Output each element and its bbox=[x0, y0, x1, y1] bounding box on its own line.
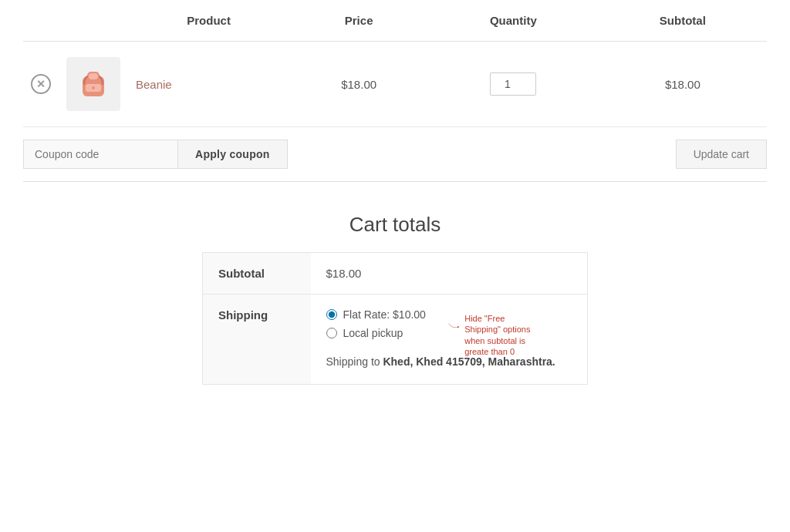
svg-rect-2 bbox=[89, 73, 98, 79]
col-header-subtotal: Subtotal bbox=[599, 0, 767, 42]
table-row: ✕ bbox=[23, 42, 767, 127]
product-image bbox=[66, 57, 120, 111]
shipping-label: Shipping bbox=[203, 295, 311, 385]
col-header-image bbox=[59, 0, 128, 42]
remove-item-button[interactable]: ✕ bbox=[31, 74, 51, 94]
col-header-quantity: Quantity bbox=[428, 0, 599, 42]
cart-totals-section: Cart totals Subtotal $18.00 Shipping bbox=[23, 213, 767, 416]
shipping-to-text: Shipping to Khed, Khed 415709, Maharasht… bbox=[326, 355, 555, 368]
svg-point-4 bbox=[92, 86, 95, 89]
col-header-remove bbox=[23, 0, 59, 42]
coupon-left: Apply coupon bbox=[23, 140, 288, 169]
subtotal-label: Subtotal bbox=[203, 253, 311, 295]
product-subtotal: $18.00 bbox=[599, 42, 767, 127]
subtotal-row: Subtotal $18.00 bbox=[203, 253, 588, 295]
annotation-text: Hide "Free Shipping" options when subtot… bbox=[464, 313, 532, 357]
product-link[interactable]: Beanie bbox=[136, 78, 172, 91]
apply-coupon-button[interactable]: Apply coupon bbox=[177, 140, 288, 169]
update-cart-button[interactable]: Update cart bbox=[676, 140, 767, 169]
local-pickup-radio[interactable] bbox=[326, 328, 337, 338]
shipping-option-flat-rate: Flat Rate: $10.00 Hide bbox=[326, 308, 572, 321]
flat-rate-label: Flat Rate: $10.00 bbox=[343, 308, 426, 321]
svg-marker-5 bbox=[457, 326, 459, 328]
shipping-row: Shipping Flat Rate: $10.00 bbox=[203, 295, 588, 385]
cart-table: Product Price Quantity Subtotal ✕ bbox=[23, 0, 767, 127]
local-pickup-label: Local pickup bbox=[343, 327, 403, 339]
subtotal-value: $18.00 bbox=[311, 253, 588, 295]
flat-rate-radio[interactable] bbox=[326, 309, 337, 320]
totals-table: Subtotal $18.00 Shipping Flat Rate: $10.… bbox=[202, 252, 588, 385]
product-icon bbox=[75, 66, 112, 103]
quantity-input[interactable] bbox=[490, 72, 536, 96]
cart-totals-box: Cart totals Subtotal $18.00 Shipping bbox=[202, 213, 588, 385]
product-price: $18.00 bbox=[289, 42, 428, 127]
annotation: Hide "Free Shipping" options when subtot… bbox=[447, 311, 533, 357]
col-header-price: Price bbox=[289, 0, 428, 42]
coupon-row: Apply coupon Update cart bbox=[23, 127, 767, 182]
annotation-arrow-icon bbox=[447, 311, 461, 342]
coupon-input[interactable] bbox=[23, 140, 177, 169]
col-header-product: Product bbox=[128, 0, 289, 42]
shipping-options: Flat Rate: $10.00 Hide bbox=[326, 308, 572, 339]
shipping-to-address: Khed, Khed 415709, Maharashtra. bbox=[383, 355, 555, 368]
shipping-options-cell: Flat Rate: $10.00 Hide bbox=[311, 295, 588, 385]
cart-totals-title: Cart totals bbox=[202, 213, 588, 237]
